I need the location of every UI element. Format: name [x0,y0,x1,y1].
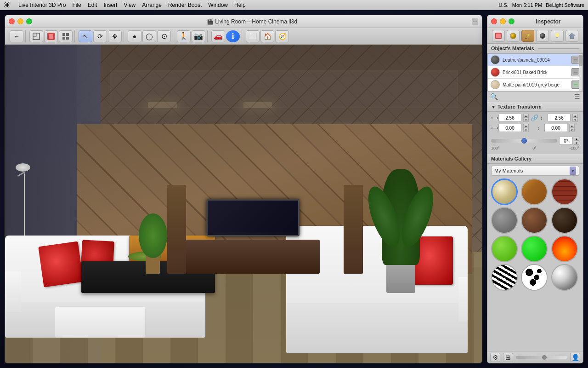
inspector-close[interactable] [491,18,497,24]
tools-button[interactable] [59,30,73,42]
gear-button[interactable]: ⚙ [490,353,500,362]
rotation-stepper[interactable]: ▲ ▼ [574,137,579,145]
rotation-input[interactable]: 0° [559,137,573,145]
gallery-item-dark[interactable] [551,207,578,234]
offset-x-down[interactable]: ▼ [523,128,529,132]
material-item-brick[interactable]: Brick/001 Baked Brick [488,66,582,79]
inspector-content: Object's Materials Leather/pamela_09014 … [487,44,583,351]
materials-scrollbar[interactable] [579,54,582,91]
person-button[interactable]: 👤 [570,353,580,362]
materials-gallery-title: Materials Gallery [491,156,531,161]
inspector-maximize[interactable] [509,18,514,24]
walk-button[interactable]: 🚶 [177,30,191,42]
gallery-item-concrete[interactable] [491,207,518,234]
viewport[interactable] [5,45,482,363]
gallery-item-brown[interactable] [521,207,548,234]
camera-button[interactable]: 📷 [192,30,205,42]
move-button[interactable]: ✥ [108,30,122,42]
offset-y-input[interactable]: 0.00 [544,124,567,132]
offset-spacer: ↕ [537,125,543,131]
svg-rect-6 [62,37,65,40]
gallery-item-green2[interactable] [521,236,548,262]
offset-y-up[interactable]: ▲ [569,124,575,128]
compass-button[interactable]: 🧭 [275,30,289,42]
apple-menu[interactable]: ⌘ [4,1,10,9]
close-button[interactable] [9,18,15,24]
back-button[interactable]: ← [10,30,23,42]
inspector-minimize[interactable] [500,18,506,24]
collapse-button[interactable]: — [472,18,478,25]
rotation-thumb[interactable] [521,138,527,144]
bottom-slider[interactable] [516,356,567,359]
speaker-left [167,185,187,274]
scale-y-stepper[interactable]: ▲ ▼ [572,114,578,122]
gallery-dropdown[interactable]: My Materials ▼ [491,166,579,176]
rot-min: 180° [491,146,500,150]
offset-x-input[interactable]: 0.00 [498,124,521,132]
tv-unit [186,217,320,274]
info-button[interactable]: ℹ [226,30,240,42]
gallery-item-wood1[interactable] [521,178,548,205]
menu-window[interactable]: Window [208,2,228,8]
options-icon[interactable]: ☰ [574,93,580,100]
menu-view[interactable]: View [124,2,136,8]
offset-x-stepper[interactable]: ▲ ▼ [523,124,529,132]
gallery-item-fire[interactable] [551,236,578,262]
offset-y-down[interactable]: ▼ [569,128,575,132]
floor-plan-button[interactable] [29,30,43,42]
car-button[interactable]: 🚗 [211,30,225,42]
gallery-item-chrome[interactable] [551,264,578,291]
gallery-item-spots[interactable] [521,264,548,291]
maximize-button[interactable] [26,18,32,24]
eyedropper-icon[interactable]: 🔍 [490,93,498,100]
scale-x-stepper[interactable]: ▲ ▼ [523,114,529,122]
grid-button[interactable]: ⊞ [503,353,513,362]
frame-button[interactable]: ⬜ [246,30,260,42]
offset-y-stepper[interactable]: ▲ ▼ [569,124,575,132]
menu-help[interactable]: Help [234,2,246,8]
menu-arrange[interactable]: Arrange [142,2,162,8]
tab-house[interactable] [565,30,578,42]
material-item-leather[interactable]: Leather/pamela_09014 [488,54,582,66]
gallery-item-green1[interactable] [491,236,518,262]
gallery-item-ivory[interactable] [491,178,518,205]
material-item-matte[interactable]: Matte paint/1019 grey beige [488,79,582,91]
house-button[interactable]: 🏠 [260,30,274,42]
render-button[interactable] [44,30,58,42]
tab-paint[interactable] [521,30,534,42]
app-name[interactable]: Live Interior 3D Pro [18,2,66,8]
menu-edit[interactable]: Edit [88,2,97,8]
tab-materials[interactable] [492,30,505,42]
gallery-item-brick[interactable] [551,178,578,205]
tab-texture[interactable] [536,30,549,42]
scale-y-input[interactable]: 2.56 [548,114,571,122]
bottom-slider-thumb[interactable] [542,355,547,360]
menu-file[interactable]: File [72,2,81,8]
link-icon[interactable]: 🔗 [531,114,538,121]
tab-light[interactable] [551,30,564,42]
leather-name: Leather/pamela_09014 [503,58,569,63]
scale-x-down[interactable]: ▼ [523,118,529,122]
ring-button[interactable]: ◯ [142,30,156,42]
rotation-up[interactable]: ▲ [574,137,579,141]
sphere-button[interactable]: ● [128,30,141,42]
minimize-button[interactable] [17,18,23,24]
scale-y-down[interactable]: ▼ [572,118,578,122]
torus-button[interactable]: ⊙ [157,30,171,42]
select-group: ↖ ⟳ ✥ [77,30,124,42]
scale-x-input[interactable]: 2.56 [498,114,521,122]
rotation-slider[interactable] [491,139,557,143]
menu-insert[interactable]: Insert [103,2,117,8]
gallery-item-zebra[interactable] [491,264,518,291]
scale-y-up[interactable]: ▲ [572,114,578,118]
rotation-down[interactable]: ▼ [574,141,579,145]
offset-x-up[interactable]: ▲ [523,124,529,128]
menu-render[interactable]: Render Boost [168,2,202,8]
svg-point-14 [555,33,559,37]
tab-sphere[interactable] [507,30,520,42]
orbit-button[interactable]: ⟳ [93,30,107,42]
scale-x-up[interactable]: ▲ [523,114,529,118]
select-button[interactable]: ↖ [79,30,92,42]
nav-group: ← [8,30,26,42]
small-plant [139,210,167,274]
